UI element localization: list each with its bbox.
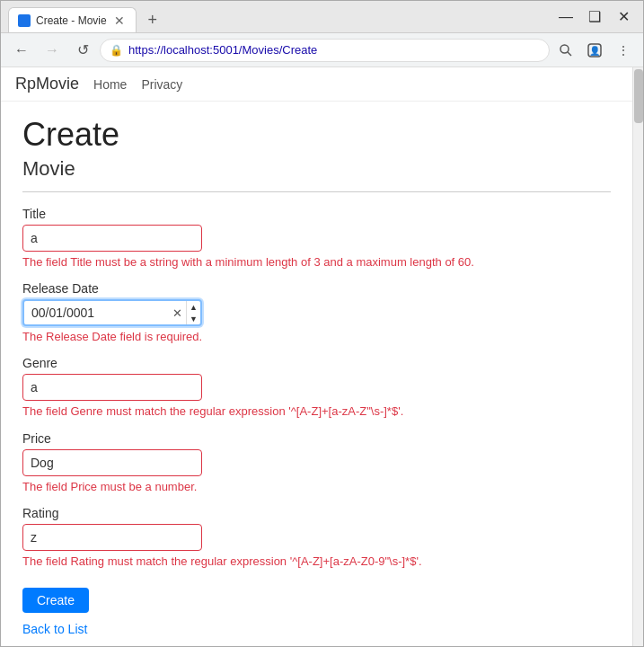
tab-favicon-icon xyxy=(18,14,31,27)
svg-text:👤: 👤 xyxy=(589,45,601,57)
rating-label: Rating xyxy=(22,506,611,520)
browser-tab[interactable]: Create - Movie ✕ xyxy=(8,7,137,32)
date-spin-buttons: ▲ ▼ xyxy=(186,301,200,324)
title-validation-message: The field Title must be a string with a … xyxy=(22,254,611,270)
back-to-list-link[interactable]: Back to List xyxy=(22,622,611,636)
page-content: RpMovie Home Privacy Create Movie Title … xyxy=(1,67,643,646)
genre-validation-message: The field Genre must match the regular e… xyxy=(22,403,611,420)
price-form-group: Price The field Price must be a number. xyxy=(22,431,611,495)
minimize-button[interactable]: — xyxy=(553,4,578,30)
title-form-group: Title The field Title must be a string w… xyxy=(22,207,611,270)
scrollbar-thumb[interactable] xyxy=(634,69,643,123)
maximize-button[interactable]: ❑ xyxy=(582,4,607,30)
close-button[interactable]: ✕ xyxy=(611,4,636,30)
genre-input[interactable] xyxy=(22,374,202,401)
main-area: RpMovie Home Privacy Create Movie Title … xyxy=(1,67,632,646)
search-button[interactable] xyxy=(553,38,578,63)
date-input-wrapper: ✕ ▲ ▼ xyxy=(22,299,202,326)
window-controls: — ❑ ✕ xyxy=(553,4,636,30)
create-button[interactable]: Create xyxy=(22,588,89,613)
genre-form-group: Genre The field Genre must match the reg… xyxy=(22,356,611,420)
date-spin-up-button[interactable]: ▲ xyxy=(187,301,200,313)
reload-button[interactable]: ↺ xyxy=(69,37,96,64)
lock-icon: 🔒 xyxy=(110,44,123,57)
release-date-label: Release Date xyxy=(22,281,611,296)
release-date-validation-message: The Release Date field is required. xyxy=(22,329,611,345)
rating-input[interactable] xyxy=(22,524,202,551)
address-bar: ← → ↺ 🔒 https://localhost:5001/Movies/Cr… xyxy=(1,33,643,67)
price-input[interactable] xyxy=(22,449,202,476)
rating-validation-message: The field Rating must match the regular … xyxy=(22,554,611,570)
nav-privacy-link[interactable]: Privacy xyxy=(141,77,182,92)
rating-form-group: Rating The field Rating must match the r… xyxy=(22,506,611,570)
url-text: https://localhost:5001/Movies/Create xyxy=(128,43,540,57)
page-subheading: Movie xyxy=(22,157,611,181)
nav-home-link[interactable]: Home xyxy=(93,77,127,92)
back-button[interactable]: ← xyxy=(8,37,35,64)
price-label: Price xyxy=(22,431,611,446)
price-validation-message: The field Price must be a number. xyxy=(22,479,611,495)
new-tab-button[interactable]: + xyxy=(140,7,165,32)
divider xyxy=(22,191,611,192)
title-input[interactable] xyxy=(22,225,202,252)
menu-button[interactable]: ⋮ xyxy=(611,38,636,63)
title-label: Title xyxy=(22,207,611,221)
tab-close-icon[interactable]: ✕ xyxy=(112,13,127,28)
date-clear-button[interactable]: ✕ xyxy=(170,306,185,320)
url-bar[interactable]: 🔒 https://localhost:5001/Movies/Create xyxy=(100,39,550,62)
scrollbar[interactable] xyxy=(632,67,643,646)
tab-title: Create - Movie xyxy=(36,14,107,27)
form-container: Create Movie Title The field Title must … xyxy=(1,102,632,646)
genre-label: Genre xyxy=(22,356,611,370)
profile-button[interactable]: 👤 xyxy=(582,38,607,63)
title-bar: Create - Movie ✕ + — ❑ ✕ xyxy=(1,1,643,33)
date-controls: ✕ ▲ ▼ xyxy=(170,301,200,324)
release-date-form-group: Release Date ✕ ▲ ▼ The Release Date fiel… xyxy=(22,281,611,345)
forward-button[interactable]: → xyxy=(39,37,66,64)
tab-area: Create - Movie ✕ + xyxy=(8,1,553,32)
browser-window: Create - Movie ✕ + — ❑ ✕ ← → ↺ 🔒 https:/… xyxy=(0,0,644,647)
svg-line-1 xyxy=(568,52,571,56)
site-brand[interactable]: RpMovie xyxy=(15,75,79,93)
back-to-label: Back to xyxy=(22,622,65,636)
page-heading: Create xyxy=(22,116,611,154)
site-nav: RpMovie Home Privacy xyxy=(1,67,632,102)
date-spin-down-button[interactable]: ▼ xyxy=(187,313,200,324)
svg-point-0 xyxy=(560,45,569,53)
list-label: List xyxy=(68,622,88,636)
